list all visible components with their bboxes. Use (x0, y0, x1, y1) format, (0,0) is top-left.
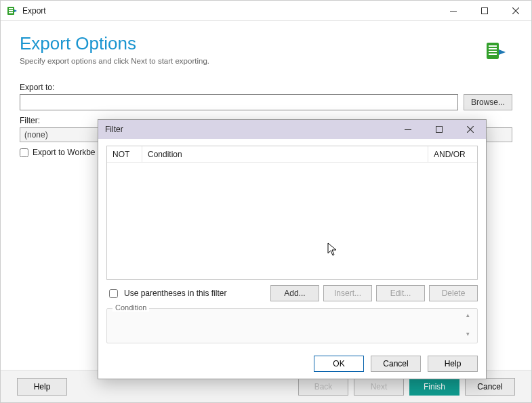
filter-dialog-footer: OK Cancel Help (98, 349, 486, 379)
condition-spin-buttons[interactable]: ▴ ▾ (466, 312, 474, 337)
dialog-maximize-button[interactable] (424, 120, 455, 139)
export-icon (485, 40, 507, 62)
conditions-header: NOT Condition AND/OR (107, 146, 477, 163)
conditions-table[interactable]: NOT Condition AND/OR (106, 146, 478, 280)
delete-condition-button: Delete (429, 285, 478, 301)
svg-rect-2 (9, 10, 13, 12)
close-button[interactable] (500, 1, 531, 21)
svg-rect-5 (482, 7, 488, 14)
svg-rect-3 (9, 12, 13, 14)
condition-groupbox: Condition ▴ ▾ (106, 308, 478, 343)
cancel-button[interactable]: Cancel (465, 378, 515, 396)
export-to-label: Export to: (20, 83, 512, 92)
condition-groupbox-legend: Condition (112, 303, 149, 312)
use-parentheses-checkbox[interactable] (109, 289, 118, 298)
svg-rect-10 (489, 54, 497, 55)
window-title: Export (22, 6, 46, 16)
export-header: Export Options Specify export options an… (1, 21, 531, 70)
svg-rect-4 (450, 11, 457, 12)
svg-rect-12 (436, 127, 443, 133)
maximize-button[interactable] (469, 1, 500, 21)
filter-tools-row: Use parentheses in this filter Add... In… (106, 285, 478, 301)
dialog-cancel-button[interactable]: Cancel (371, 356, 421, 372)
page-subtitle: Specify export options and click Next to… (20, 57, 512, 65)
svg-rect-9 (489, 51, 497, 52)
filter-dialog: Filter NOT Condition AND/OR Use parenthe… (98, 119, 487, 379)
column-header-condition[interactable]: Condition (142, 146, 428, 162)
export-to-workbench-label: Export to Workbe (33, 148, 95, 157)
dialog-close-button[interactable] (455, 120, 486, 139)
svg-rect-1 (9, 8, 13, 9)
dialog-help-button[interactable]: Help (428, 356, 478, 372)
back-button[interactable]: Back (298, 378, 348, 396)
dialog-minimize-button[interactable] (392, 120, 424, 139)
filter-titlebar: Filter (98, 120, 486, 139)
svg-rect-11 (405, 129, 411, 130)
insert-condition-button: Insert... (323, 285, 372, 301)
export-to-workbench-checkbox[interactable] (20, 148, 28, 157)
use-parentheses-label: Use parentheses in this filter (124, 289, 226, 298)
ok-button[interactable]: OK (314, 356, 364, 372)
app-icon (6, 5, 18, 17)
filter-dialog-body: NOT Condition AND/OR Use parentheses in … (98, 139, 486, 349)
chevron-down-icon[interactable]: ▾ (466, 331, 474, 337)
browse-button[interactable]: Browse... (464, 94, 512, 110)
finish-button[interactable]: Finish (409, 378, 459, 396)
export-titlebar: Export (1, 1, 531, 21)
edit-condition-button: Edit... (376, 285, 425, 301)
svg-rect-8 (489, 48, 497, 49)
svg-rect-7 (489, 45, 497, 47)
export-to-input[interactable] (20, 94, 458, 110)
minimize-button[interactable] (438, 1, 469, 21)
help-button[interactable]: Help (17, 378, 67, 396)
column-header-andor[interactable]: AND/OR (428, 146, 477, 162)
add-condition-button[interactable]: Add... (270, 285, 319, 301)
column-header-not[interactable]: NOT (107, 146, 142, 162)
page-title: Export Options (20, 33, 512, 54)
next-button[interactable]: Next (354, 378, 404, 396)
filter-dialog-title: Filter (105, 125, 123, 134)
chevron-up-icon[interactable]: ▴ (466, 312, 474, 318)
